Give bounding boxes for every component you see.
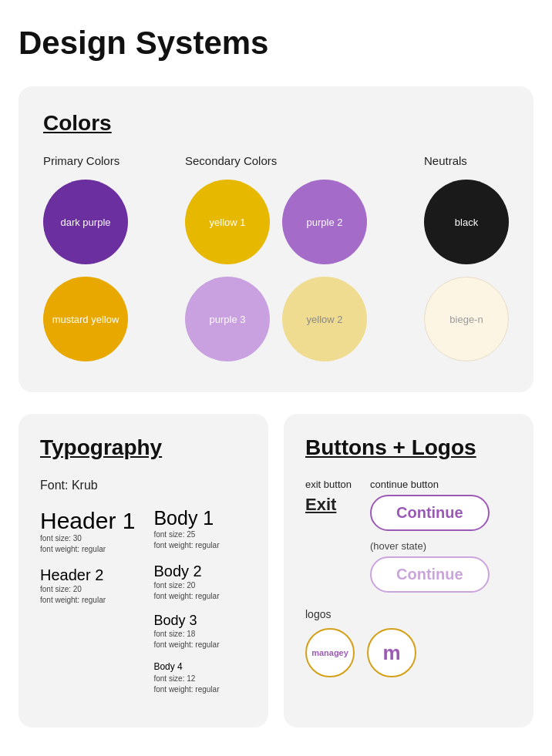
neutrals-label: Neutrals: [424, 154, 467, 167]
header2-sample: Header 2: [40, 566, 135, 584]
continue-label: continue button: [370, 479, 439, 490]
secondary-colors-group: Secondary Colors yellow 1 purple 3 purpl…: [185, 154, 367, 361]
header2-item: Header 2 font size: 20font weight: regul…: [40, 566, 135, 606]
typography-grid: Header 1 font size: 30font weight: regul…: [40, 508, 247, 703]
logos-section: logos managey m: [305, 608, 512, 677]
header2-meta: font size: 20font weight: regular: [40, 584, 135, 606]
secondary-col2: purple 2 yellow 2: [282, 180, 367, 361]
exit-button[interactable]: Exit: [305, 495, 336, 515]
bottom-row: Typography Font: Krub Header 1 font size…: [19, 414, 533, 727]
body2-meta: font size: 20font weight: regular: [153, 580, 219, 602]
buttons-section-title: Buttons + Logos: [305, 435, 512, 460]
color-purple3: purple 3: [185, 277, 270, 361]
header1-sample: Header 1: [40, 508, 135, 533]
color-yellow1: yellow 1: [185, 180, 270, 264]
header1-item: Header 1 font size: 30font weight: regul…: [40, 508, 135, 555]
color-purple2: purple 2: [282, 180, 367, 264]
bodies-col: Body 1 font size: 25font weight: regular…: [153, 508, 219, 703]
primary-color-circles: dark purple mustard yellow: [43, 180, 128, 361]
secondary-colors-label: Secondary Colors: [185, 154, 277, 167]
body3-item: Body 3 font size: 18font weight: regular: [153, 613, 219, 651]
secondary-col1: yellow 1 purple 3: [185, 180, 270, 361]
continue-button[interactable]: Continue: [370, 495, 490, 531]
body3-sample: Body 3: [153, 613, 219, 630]
neutrals-group: Neutrals black biege-n: [424, 154, 509, 361]
headers-col: Header 1 font size: 30font weight: regul…: [40, 508, 135, 703]
color-black: black: [424, 180, 509, 264]
typography-section: Typography Font: Krub Header 1 font size…: [19, 414, 268, 727]
page-title: Design Systems: [19, 25, 533, 62]
body3-meta: font size: 18font weight: regular: [153, 629, 219, 650]
primary-colors-label: Primary Colors: [43, 154, 119, 167]
primary-colors-group: Primary Colors dark purple mustard yello…: [43, 154, 128, 361]
body4-sample: Body 4: [153, 661, 219, 674]
body4-item: Body 4 font size: 12font weight: regular: [153, 661, 219, 695]
color-dark-purple: dark purple: [43, 180, 128, 264]
body2-item: Body 2 font size: 20font weight: regular: [153, 562, 219, 602]
font-name: Font: Krub: [40, 479, 247, 492]
body4-meta: font size: 12font weight: regular: [153, 674, 219, 695]
exit-col: exit button Exit: [305, 479, 352, 593]
managey-logo: managey: [305, 628, 355, 677]
continue-button-hover[interactable]: Continue: [370, 556, 490, 593]
color-mustard-yellow: mustard yellow: [43, 277, 128, 361]
colors-section: Colors Primary Colors dark purple mustar…: [19, 86, 533, 392]
buttons-row: exit button Exit continue button Continu…: [305, 479, 512, 593]
color-yellow2: yellow 2: [282, 277, 367, 361]
hover-state-label: (hover state): [370, 540, 426, 552]
header1-meta: font size: 30font weight: regular: [40, 533, 135, 555]
logos-label: logos: [305, 608, 512, 620]
color-beige: biege-n: [424, 277, 509, 361]
neutral-circles: black biege-n: [424, 180, 509, 361]
body2-sample: Body 2: [153, 562, 219, 580]
colors-grid: Primary Colors dark purple mustard yello…: [43, 154, 509, 361]
body1-item: Body 1 font size: 25font weight: regular: [153, 508, 219, 551]
body1-sample: Body 1: [153, 508, 219, 529]
typography-section-title: Typography: [40, 435, 247, 460]
buttons-section: Buttons + Logos exit button Exit continu…: [284, 414, 533, 727]
exit-label: exit button: [305, 479, 352, 490]
continue-col: continue button Continue (hover state) C…: [370, 479, 490, 593]
colors-section-title: Colors: [43, 111, 509, 136]
logos-row: managey m: [305, 628, 512, 677]
m-logo: m: [367, 628, 416, 677]
body1-meta: font size: 25font weight: regular: [153, 529, 219, 551]
